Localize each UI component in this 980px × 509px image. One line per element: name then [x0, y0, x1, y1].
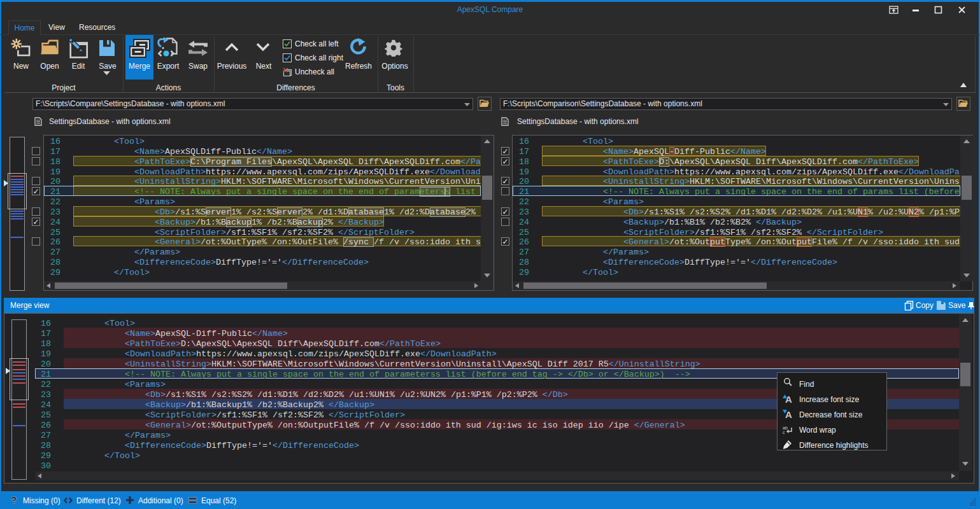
svg-text:?: ? — [11, 495, 17, 505]
svg-text:c: c — [783, 430, 785, 435]
svg-text:ab: ab — [783, 426, 788, 430]
